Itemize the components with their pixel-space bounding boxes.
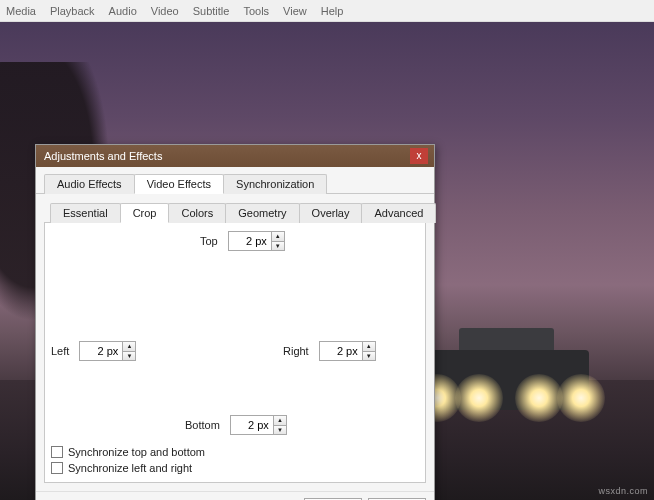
sync-top-bottom-label: Synchronize top and bottom bbox=[68, 446, 205, 458]
menu-playback[interactable]: Playback bbox=[50, 5, 95, 17]
tab-audio-effects[interactable]: Audio Effects bbox=[44, 174, 135, 194]
crop-top-spin-up[interactable]: ▲ bbox=[272, 232, 284, 242]
crop-bottom-spinner[interactable]: ▲ ▼ bbox=[230, 415, 287, 435]
crop-right-spin-down[interactable]: ▼ bbox=[363, 352, 375, 361]
crop-bottom-spin-down[interactable]: ▼ bbox=[274, 426, 286, 435]
app-menubar: Media Playback Audio Video Subtitle Tool… bbox=[0, 0, 654, 22]
crop-left-spin-down[interactable]: ▼ bbox=[123, 352, 135, 361]
menu-audio[interactable]: Audio bbox=[109, 5, 137, 17]
tab-synchronization[interactable]: Synchronization bbox=[223, 174, 327, 194]
menu-view[interactable]: View bbox=[283, 5, 307, 17]
crop-right-spin-up[interactable]: ▲ bbox=[363, 342, 375, 352]
dialog-title: Adjustments and Effects bbox=[44, 150, 162, 162]
scene-car bbox=[419, 350, 599, 440]
adjustments-effects-dialog: Adjustments and Effects x Audio Effects … bbox=[35, 144, 435, 500]
video-effects-subtabs: Essential Crop Colors Geometry Overlay A… bbox=[44, 202, 426, 223]
subtab-advanced[interactable]: Advanced bbox=[361, 203, 436, 223]
crop-left-input[interactable] bbox=[80, 342, 122, 360]
tab-video-effects[interactable]: Video Effects bbox=[134, 174, 224, 194]
crop-top-input[interactable] bbox=[229, 232, 271, 250]
sync-top-bottom-checkbox[interactable]: Synchronize top and bottom bbox=[51, 446, 205, 458]
menu-tools[interactable]: Tools bbox=[243, 5, 269, 17]
menu-subtitle[interactable]: Subtitle bbox=[193, 5, 230, 17]
dialog-button-row: Close Save bbox=[36, 491, 434, 500]
crop-right-input[interactable] bbox=[320, 342, 362, 360]
sync-left-right-label: Synchronize left and right bbox=[68, 462, 192, 474]
crop-top-spinner[interactable]: ▲ ▼ bbox=[228, 231, 285, 251]
sync-left-right-checkbox[interactable]: Synchronize left and right bbox=[51, 462, 205, 474]
dialog-body: Essential Crop Colors Geometry Overlay A… bbox=[36, 194, 434, 491]
crop-left-control: Left ▲ ▼ bbox=[51, 341, 136, 361]
crop-right-control: Right ▲ ▼ bbox=[283, 341, 376, 361]
dialog-titlebar[interactable]: Adjustments and Effects x bbox=[36, 145, 434, 167]
subtab-colors[interactable]: Colors bbox=[168, 203, 226, 223]
menu-media[interactable]: Media bbox=[6, 5, 36, 17]
crop-left-label: Left bbox=[51, 345, 69, 357]
crop-bottom-input[interactable] bbox=[231, 416, 273, 434]
dialog-close-button[interactable]: x bbox=[410, 148, 428, 164]
crop-bottom-control: Bottom ▲ ▼ bbox=[185, 415, 287, 435]
crop-panel: Top ▲ ▼ Left ▲ ▼ bbox=[44, 223, 426, 483]
crop-left-spinner[interactable]: ▲ ▼ bbox=[79, 341, 136, 361]
crop-right-label: Right bbox=[283, 345, 309, 357]
crop-bottom-spin-up[interactable]: ▲ bbox=[274, 416, 286, 426]
subtab-crop[interactable]: Crop bbox=[120, 203, 170, 223]
subtab-overlay[interactable]: Overlay bbox=[299, 203, 363, 223]
dialog-tabstrip: Audio Effects Video Effects Synchronizat… bbox=[36, 167, 434, 194]
crop-top-label: Top bbox=[200, 235, 218, 247]
crop-top-control: Top ▲ ▼ bbox=[200, 231, 285, 251]
checkbox-icon bbox=[51, 446, 63, 458]
video-playback-area[interactable]: wsxdn.com Adjustments and Effects x Audi… bbox=[0, 22, 654, 500]
crop-left-spin-up[interactable]: ▲ bbox=[123, 342, 135, 352]
checkbox-icon bbox=[51, 462, 63, 474]
watermark-text: wsxdn.com bbox=[598, 486, 648, 496]
crop-top-spin-down[interactable]: ▼ bbox=[272, 242, 284, 251]
subtab-essential[interactable]: Essential bbox=[50, 203, 121, 223]
menu-video[interactable]: Video bbox=[151, 5, 179, 17]
crop-sync-options: Synchronize top and bottom Synchronize l… bbox=[51, 446, 205, 474]
crop-bottom-label: Bottom bbox=[185, 419, 220, 431]
subtab-geometry[interactable]: Geometry bbox=[225, 203, 299, 223]
crop-right-spinner[interactable]: ▲ ▼ bbox=[319, 341, 376, 361]
menu-help[interactable]: Help bbox=[321, 5, 344, 17]
